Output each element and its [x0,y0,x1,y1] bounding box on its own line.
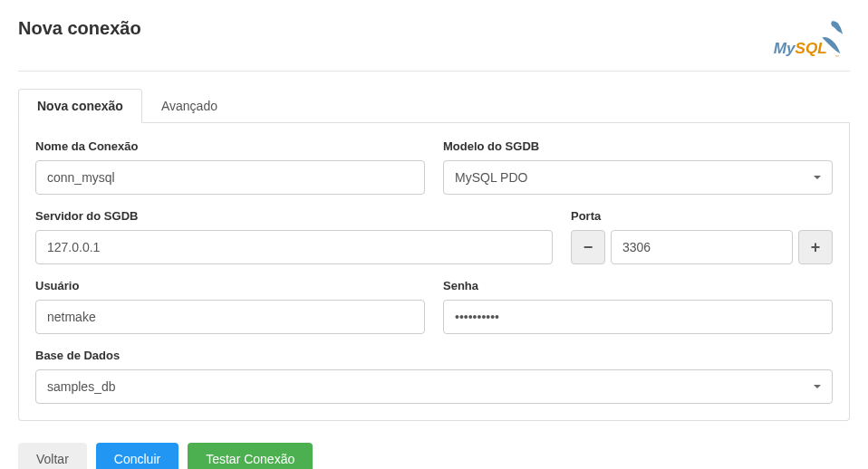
user-label: Usuário [35,279,425,292]
password-label: Senha [443,279,833,292]
sgdb-model-label: Modelo do SGDB [443,139,833,153]
back-button[interactable]: Voltar [18,443,87,469]
page-title: Nova conexão [18,18,141,39]
form-panel: Nome da Conexão Modelo do SGDB MySQL PDO… [18,123,850,421]
sgdb-server-input[interactable] [35,230,553,264]
sgdb-model-select[interactable]: MySQL PDO [443,160,833,195]
connection-name-input[interactable] [35,160,425,195]
mysql-logo: MySQL ™ [768,18,850,63]
database-label: Base de Dados [35,349,833,362]
svg-text:MySQL: MySQL [774,39,827,57]
tabs-container: Nova conexão Avançado [18,88,850,123]
chevron-down-icon [814,176,821,179]
sgdb-server-label: Servidor do SGDB [35,209,553,223]
port-decrement-button[interactable]: − [571,230,605,264]
database-select[interactable]: samples_db [35,369,833,404]
tab-new-connection[interactable]: Nova conexão [18,89,142,123]
svg-text:™: ™ [835,54,839,59]
chevron-down-icon [814,385,821,388]
sgdb-model-value: MySQL PDO [455,170,527,185]
test-connection-button[interactable]: Testar Conexão [188,443,313,469]
user-input[interactable] [35,300,425,334]
finish-button[interactable]: Concluir [96,443,178,469]
port-label: Porta [571,209,833,223]
button-row: Voltar Concluir Testar Conexão [18,443,850,469]
database-value: samples_db [47,379,116,394]
port-increment-button[interactable]: + [798,230,833,264]
port-input[interactable] [611,230,793,264]
tab-advanced[interactable]: Avançado [142,89,236,123]
connection-name-label: Nome da Conexão [35,139,425,153]
password-input[interactable] [443,300,833,334]
